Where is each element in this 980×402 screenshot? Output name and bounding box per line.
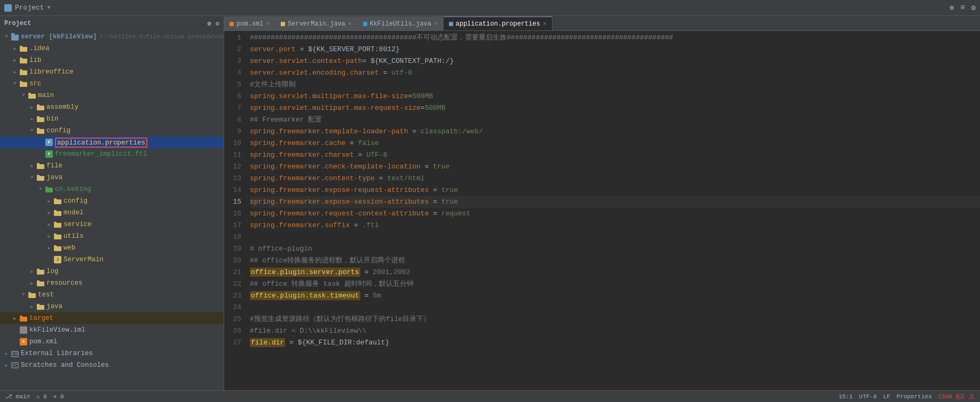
tree-item-freemarker[interactable]: F freemarker_implicit.ftl [0,148,224,160]
ext-libs-icon [11,349,19,358]
service-label: service [64,221,92,228]
settings2-icon[interactable]: ⚙ [216,20,219,28]
web-arrow [45,244,53,252]
svg-rect-26 [54,211,61,216]
iml-file-icon [19,326,28,334]
tree-item-resources[interactable]: resources [0,277,224,289]
tree-item-service[interactable]: service [0,219,224,230]
svg-rect-29 [54,222,57,223]
code-line-2: server.port = ${KK_SERVER_PORT:8012} [250,44,980,55]
tree-item-lib[interactable]: lib [0,54,224,66]
servermain-tab-close[interactable]: × [348,21,352,27]
tab-application[interactable]: application.properties × [444,17,552,30]
code-line-7: spring.servlet.multipart.max-request-siz… [250,102,980,114]
file-type: Properties [897,393,932,400]
idea-label: .idea [29,45,50,52]
code-line-20: ## office转换服务的进程数，默认开启两个进程 [250,255,980,267]
tree-item-test[interactable]: test [0,289,224,301]
code-line-10: spring.freemarker.cache = false [250,138,980,149]
tree-item-servermain[interactable]: J ServerMain [0,254,224,266]
code-line-4: server.servlet.encoding.charset = utf-8 [250,67,980,79]
tab-servermain[interactable]: ServerMain.java × [275,17,358,30]
freemarker-label: freemarker_implicit.ftl [55,150,147,158]
tree-root[interactable]: server [kkFileView] F:\kkfile4.0\file-on… [0,31,224,43]
config-label: config [46,127,70,134]
code-line-21: office.plugin.server.ports = 2001,2002 [250,267,980,278]
idea-folder-icon [19,44,28,53]
layout-icon[interactable]: ≡ [960,3,965,12]
tree-item-test-java[interactable]: java [0,301,224,312]
svg-rect-4 [20,59,27,63]
svg-rect-0 [11,35,19,41]
svg-rect-23 [45,187,48,188]
scratches-icon [11,361,19,369]
cnkeking-label: cn.keking [55,186,91,193]
svg-rect-3 [20,46,22,47]
tree-item-main[interactable]: main [0,90,224,101]
log-label: log [46,268,59,275]
tree-item-src[interactable]: src [0,78,224,90]
model-arrow [45,208,53,217]
title-bar: Project ▼ ⊕ ≡ ⚙ [0,0,980,16]
tree-item-target[interactable]: target [0,312,224,324]
tree-item-bin[interactable]: bin [0,113,224,125]
servermain-file-icon: J [53,255,62,264]
tree-item-log[interactable]: log [0,266,224,277]
code-line-27: file.dir = ${KK_FILE_DIR:default} [250,337,980,349]
tree-item-config2[interactable]: config [0,195,224,207]
tree-item-web[interactable]: web [0,242,224,254]
tree-item-application-properties[interactable]: P application.properties [0,136,224,148]
svg-rect-10 [28,94,36,99]
pom-tab-close[interactable]: × [266,21,270,27]
config2-arrow [45,197,53,205]
svg-rect-28 [54,223,61,228]
config2-label: config [64,197,88,205]
globe-icon[interactable]: ⊕ [950,3,954,12]
tree-item-assembly[interactable]: assembly [0,101,224,113]
tree-item-cnkeking[interactable]: cn.keking [0,183,224,195]
tree-item-config[interactable]: config [0,125,224,136]
collapse-icon[interactable]: ⊕ [208,20,211,28]
app-props-label: application.properties [55,138,147,148]
code-line-19: # office-plugin [250,243,980,255]
ext-libs-label: External Libraries [21,350,93,357]
lib-arrow [11,56,19,65]
kkfileutils-tab-icon [363,22,367,26]
svg-rect-40 [37,305,44,310]
tree-item-file[interactable]: file [0,160,224,172]
code-line-3: server.servlet.context-path= ${KK_CONTEX… [250,55,980,67]
dropdown-icon[interactable]: ▼ [48,5,51,11]
tab-kkfileutils[interactable]: KkFileUtils.java × [358,17,444,30]
tree-item-java[interactable]: java [0,172,224,183]
test-arrow [19,291,28,299]
target-arrow [11,314,19,323]
svg-rect-16 [37,129,44,134]
tree-item-model[interactable]: model [0,207,224,219]
tree-item-pom[interactable]: X pom.xml [0,336,224,348]
settings-icon[interactable]: ⚙ [971,3,976,12]
sidebar: Project ⊕ ⚙ server [kkFileView] F:\kkfil… [0,16,224,390]
svg-rect-13 [37,104,39,106]
tree-item-scratches[interactable]: Scratches and Consoles [0,359,224,371]
pom-tab-label: pom.xml [236,20,263,28]
tree-item-kkfileview-iml[interactable]: kkFileView.iml [0,324,224,336]
src-arrow [11,79,19,88]
tree-item-utils[interactable]: utils [0,230,224,242]
model-folder-icon [53,208,62,217]
tree-item-external-libs[interactable]: External Libraries [0,348,224,359]
tab-pom[interactable]: pom.xml × [224,17,275,30]
utils-label: utils [64,232,84,240]
code-area[interactable]: ########################################… [246,31,980,390]
svg-rect-43 [20,316,22,317]
scratches-arrow [2,361,11,369]
svg-rect-38 [28,293,36,298]
kkfileutils-tab-close[interactable]: × [434,21,438,27]
application-tab-close[interactable]: × [543,21,547,27]
web-folder-icon [53,244,62,252]
servermain-tab-icon [281,22,285,26]
tree-item-libreoffice[interactable]: libreoffice [0,66,224,78]
code-line-12: spring.freemarker.check-template-locatio… [250,161,980,173]
log-folder-icon [36,267,45,276]
app-props-file-icon: P [45,138,53,147]
tree-item-idea[interactable]: .idea [0,43,224,54]
